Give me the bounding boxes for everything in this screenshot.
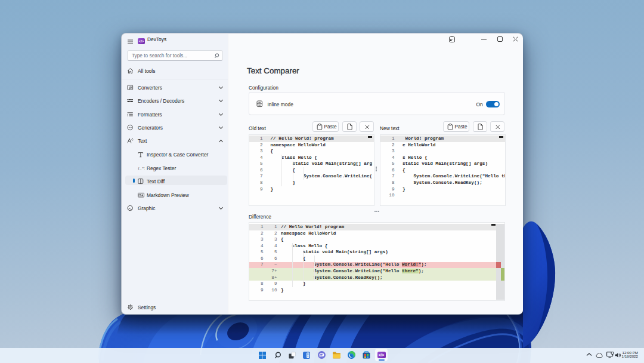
svg-text:(.*): (.*) <box>138 167 145 171</box>
